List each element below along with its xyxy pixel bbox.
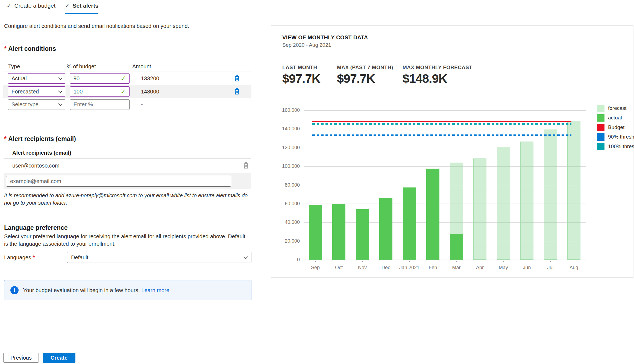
legend-label: Budget — [608, 124, 624, 130]
delete-condition-button[interactable] — [232, 87, 242, 96]
amount-value: - — [132, 101, 232, 108]
condition-row-2: Forecasted ✓ 148000 — [3, 85, 251, 98]
previous-button[interactable]: Previous — [3, 353, 39, 363]
gridline — [304, 222, 586, 223]
legend-item-100-thresh[interactable]: 100% thresh... — [597, 143, 634, 150]
x-tick-label: Sep — [311, 265, 320, 271]
x-tick-label: Feb — [428, 265, 437, 271]
trash-icon — [242, 161, 250, 169]
tab-set-alerts[interactable]: ✓ Set alerts — [65, 2, 98, 14]
delete-condition-button[interactable] — [232, 74, 242, 83]
y-tick-label: 60,000 — [285, 201, 300, 207]
actual-bar-feb[interactable] — [426, 169, 439, 260]
stat-value: $97.7K — [282, 72, 337, 86]
x-tick — [339, 261, 339, 262]
actual-bar-dec[interactable] — [379, 198, 392, 260]
y-tick-label: 20,000 — [285, 238, 300, 244]
y-tick-label: 100,000 — [282, 163, 300, 169]
actual-bar-nov[interactable] — [356, 209, 369, 260]
actual-bar-mar[interactable] — [450, 234, 463, 260]
x-tick — [315, 261, 316, 262]
x-tick-cell: Feb — [421, 261, 445, 271]
learn-more-link[interactable]: Learn more — [141, 287, 169, 293]
legend-swatch — [597, 105, 604, 112]
y-axis-labels: 160,000140,000120,000100,00080,00060,000… — [276, 110, 300, 260]
gridline — [304, 204, 586, 204]
y-tick-label: 0 — [297, 257, 300, 263]
type-select-forecasted[interactable]: Forecasted — [8, 86, 65, 97]
percent-field-empty — [70, 99, 130, 110]
percent-input[interactable] — [74, 101, 115, 108]
x-tick-label: Aug — [570, 265, 578, 271]
type-select-empty[interactable]: Select type — [8, 99, 65, 110]
chart-legend: forecastactualBudget90% thresh...100% th… — [597, 104, 634, 150]
legend-label: actual — [608, 115, 622, 121]
recipient-row: user@contoso.com — [12, 159, 251, 172]
language-row: Languages * Default — [4, 252, 251, 263]
x-tick-label: May — [499, 265, 508, 271]
whitelist-note: It is recommended to add azure-noreply@m… — [4, 192, 248, 207]
legend-item-actual[interactable]: actual — [597, 114, 634, 122]
create-button[interactable]: Create — [43, 353, 75, 363]
x-tick-cell: Dec — [374, 261, 398, 271]
valid-check-icon: ✓ — [121, 75, 126, 82]
tab-create-a-budget[interactable]: ✓ Create a budget — [7, 2, 55, 14]
stat-label: MAX (PAST 7 MONTH) — [337, 64, 403, 71]
trash-icon — [233, 87, 241, 95]
recipient-email: user@contoso.com — [12, 163, 60, 169]
info-banner: i Your budget evaluation will begin in a… — [4, 280, 251, 300]
x-tick-cell: Apr — [468, 261, 492, 271]
x-tick-cell: Aug — [562, 261, 586, 271]
select-value: Actual — [11, 75, 27, 82]
percent-input[interactable] — [74, 89, 115, 95]
legend-item-90-thresh[interactable]: 90% thresh... — [597, 133, 634, 141]
percent-input[interactable] — [74, 75, 115, 82]
forecast-bar-jul[interactable] — [544, 130, 557, 260]
gridline — [304, 185, 586, 185]
actual-bar-sep[interactable] — [309, 205, 322, 260]
percent-field-1: ✓ — [70, 73, 130, 84]
legend-swatch — [597, 143, 604, 150]
legend-label: 90% thresh... — [608, 134, 634, 140]
language-select[interactable]: Default — [67, 252, 251, 263]
recipients-heading: *Alert recipients (email) — [4, 135, 76, 143]
stat-max-monthly-forecast: MAX MONTHLY FORECAST $148.9K — [403, 64, 472, 86]
budget-line — [312, 121, 571, 122]
language-heading: Language preference — [4, 224, 68, 231]
forecast-bar-jun[interactable] — [520, 142, 533, 260]
type-select-actual[interactable]: Actual — [8, 73, 65, 84]
forecast-bar-apr[interactable] — [473, 158, 486, 260]
legend-item-forecast[interactable]: forecast — [597, 104, 634, 112]
y-tick-label: 140,000 — [282, 126, 300, 132]
x-tick-label: Mar — [452, 265, 461, 271]
tab-label: Create a budget — [14, 2, 55, 9]
legend-item-budget[interactable]: Budget — [597, 124, 634, 131]
email-input[interactable] — [6, 176, 231, 187]
threshold-line — [312, 123, 571, 125]
condition-row-1: Actual ✓ 133200 — [3, 72, 251, 85]
amount-value: 148000 — [132, 89, 232, 95]
stat-value: $97.7K — [337, 72, 403, 86]
y-tick-label: 40,000 — [285, 219, 300, 225]
x-tick-cell: Mar — [445, 261, 468, 271]
forecast-bar-may[interactable] — [497, 147, 510, 260]
condition-row-empty: Select type - — [3, 98, 251, 111]
x-tick-cell: Jun — [515, 261, 539, 271]
delete-recipient-button[interactable] — [241, 161, 251, 170]
actual-bar-jan-2021[interactable] — [403, 187, 416, 260]
x-tick-cell: Oct — [327, 261, 351, 271]
amount-value: 133200 — [132, 75, 232, 82]
x-tick — [503, 261, 504, 262]
select-placeholder: Select type — [11, 101, 39, 108]
forecast-bar-aug[interactable] — [567, 121, 580, 260]
actual-bar-oct[interactable] — [332, 204, 345, 260]
legend-swatch — [597, 133, 604, 141]
stat-label: LAST MONTH — [282, 64, 337, 71]
gridline — [304, 241, 586, 241]
stat-value: $148.9K — [403, 72, 472, 86]
language-description: Select your preferred language for recei… — [4, 233, 251, 248]
check-icon: ✓ — [65, 2, 70, 9]
required-asterisk: * — [33, 254, 35, 260]
wizard-tabs: ✓ Create a budget ✓ Set alerts — [7, 2, 98, 14]
gridline — [304, 110, 586, 111]
